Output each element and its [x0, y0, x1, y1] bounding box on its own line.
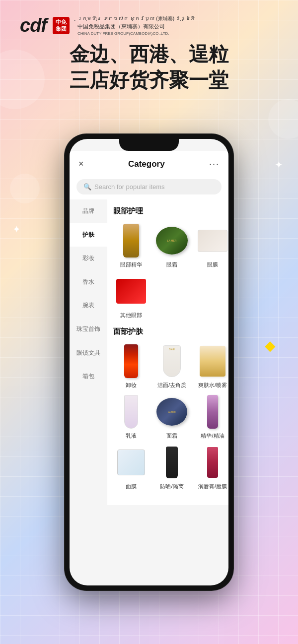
- sidebar-item-watch[interactable]: 腕表: [70, 294, 107, 318]
- sidebar-item-jewelry[interactable]: 珠宝首饰: [70, 318, 107, 341]
- product-image-sunscreen: [154, 445, 190, 480]
- logo-row: cdf 中免 集团 ក្រុមហ៊ុន ភាពចល័ត ស្ករប្លែ (柬埔…: [20, 15, 278, 36]
- list-item[interactable]: 眼膜: [195, 223, 228, 268]
- face-cream-label: 面霜: [166, 432, 177, 440]
- deco-bubble-3: [10, 174, 40, 203]
- lotion-label: 乳液: [126, 432, 137, 440]
- phone-wrapper: × Category ··· 🔍 Search for popular item…: [65, 134, 233, 590]
- phone-outer: × Category ··· 🔍 Search for popular item…: [65, 134, 233, 590]
- sunscreen-label: 防晒/隔离: [160, 483, 183, 490]
- cleanser-label: 洁面/去角质: [157, 382, 186, 389]
- nav-bar: × Category ···: [70, 151, 228, 174]
- lotion-image: [124, 395, 138, 429]
- product-image-eye-mask: [195, 223, 228, 258]
- serum-label: 精华/精油: [201, 432, 224, 440]
- sidebar-item-perfume[interactable]: 香水: [70, 270, 107, 294]
- sidebar: 品牌 护肤 彩妆 香水 腕表 珠宝首饰 眼镜文具 箱包: [70, 199, 107, 505]
- product-image-lip: [195, 445, 228, 480]
- headline: 金边、西港、逞粒 三店好货齐聚一堂: [20, 41, 278, 93]
- product-image-serum: [195, 394, 228, 430]
- eye-cream-image: [156, 227, 188, 255]
- list-item[interactable]: 爽肤水/喷雾: [195, 343, 228, 389]
- logo-right: ក្រុមហ៊ុន ភាពចល័ត ស្ករប្លែ (柬埔寨) ខុំផ្ដា…: [77, 15, 195, 36]
- eye-mask-label: 眼膜: [207, 261, 218, 268]
- toner-image: [200, 346, 225, 377]
- deco-star-2: ✦: [12, 223, 21, 235]
- toner-label: 爽肤水/喷雾: [198, 382, 227, 389]
- more-button[interactable]: ···: [209, 159, 220, 169]
- cleanser-image: [163, 345, 181, 377]
- list-item[interactable]: 卸妆: [113, 343, 149, 389]
- sidebar-item-brand[interactable]: 品牌: [70, 199, 107, 223]
- eye-cream-label: 眼霜: [166, 261, 177, 268]
- list-item[interactable]: 眼部精华: [113, 223, 149, 268]
- list-item[interactable]: 乳液: [113, 394, 149, 440]
- search-input[interactable]: 🔍 Search for popular items: [76, 179, 222, 194]
- close-button[interactable]: ×: [78, 159, 84, 169]
- eye-mask-image: [198, 230, 227, 252]
- headline-line2: 三店好货齐聚一堂: [20, 67, 278, 93]
- sunscreen-image: [166, 447, 178, 478]
- other-eye-image: [116, 279, 146, 304]
- search-bar: 🔍 Search for popular items: [70, 174, 228, 199]
- product-image-other-eye: [113, 273, 149, 309]
- product-image-toner: [195, 343, 228, 379]
- product-image-eye-serum: [113, 223, 149, 258]
- mask-label: 面膜: [126, 483, 137, 490]
- phone-inner: × Category ··· 🔍 Search for popular item…: [70, 139, 228, 585]
- deco-diamond: ◆: [265, 337, 276, 354]
- mask-image: [117, 450, 145, 475]
- product-image-eye-cream: [154, 223, 190, 258]
- headline-line1: 金边、西港、逞粒: [20, 41, 278, 67]
- product-image-makeup-remover: [113, 343, 149, 379]
- sidebar-item-glasses[interactable]: 眼镜文具: [70, 341, 107, 365]
- deco-star-1: ✦: [275, 159, 283, 171]
- list-item[interactable]: 面膜: [113, 445, 149, 490]
- list-item[interactable]: 防晒/隔离: [154, 445, 190, 490]
- logo-khmer: ក្រុមហ៊ុន ភាពចល័ត ស្ករប្លែ (柬埔寨) ខុំផ្ដា…: [77, 15, 195, 22]
- sidebar-item-skincare[interactable]: 护肤: [70, 223, 107, 247]
- list-item[interactable]: 面霜: [154, 394, 190, 440]
- search-icon: 🔍: [83, 183, 91, 191]
- content-area: 眼部护理 眼部精华: [107, 199, 228, 505]
- other-eye-label: 其他眼部: [120, 312, 142, 319]
- face-care-grid: 卸妆 洁面/去角质: [113, 343, 223, 490]
- main-layout: 品牌 护肤 彩妆 香水 腕表 珠宝首饰 眼镜文具 箱包 眼部护理: [70, 199, 228, 505]
- lip-label: 润唇膏/唇膜: [198, 483, 227, 490]
- sidebar-item-bags[interactable]: 箱包: [70, 365, 107, 388]
- eye-serum-label: 眼部精华: [120, 261, 142, 268]
- list-item[interactable]: 精华/精油: [195, 394, 228, 440]
- serum-image: [207, 395, 218, 429]
- product-image-mask: [113, 445, 149, 480]
- product-image-cleanser: [154, 343, 190, 379]
- sidebar-item-makeup[interactable]: 彩妆: [70, 247, 107, 270]
- header-area: cdf 中免 集团 ក្រុមហ៊ុន ភាពចល័ត ស្ករប្លែ (柬埔…: [0, 0, 298, 98]
- list-item[interactable]: 眼霜: [154, 223, 190, 268]
- app-content: × Category ··· 🔍 Search for popular item…: [70, 139, 228, 585]
- page-title: Category: [128, 159, 165, 169]
- face-cream-image: [156, 398, 187, 426]
- eye-serum-image: [123, 224, 139, 258]
- lip-image: [207, 447, 218, 478]
- list-item[interactable]: 其他眼部: [113, 273, 149, 319]
- list-item[interactable]: 润唇膏/唇膜: [195, 445, 228, 490]
- product-image-lotion: [113, 394, 149, 430]
- list-item[interactable]: 洁面/去角质: [154, 343, 190, 389]
- section-title-eye: 眼部护理: [113, 206, 223, 216]
- logo-english: CHINA DUTY FREE GROUP(CAMBODIA)CO.,LTD.: [77, 31, 195, 36]
- logo-badge: 中免 集团: [53, 17, 70, 34]
- makeup-remover-label: 卸妆: [126, 382, 137, 389]
- cdf-logo-text: cdf: [20, 15, 47, 36]
- logo-chinese-full: 中国免税品集团（柬埔寨）有限公司: [77, 23, 195, 30]
- search-placeholder-text: Search for popular items: [94, 183, 165, 191]
- product-image-face-cream: [154, 394, 190, 430]
- phone-notch: [119, 139, 179, 151]
- makeup-remover-image: [124, 344, 138, 378]
- section-title-face: 面部护肤: [113, 327, 223, 336]
- eye-care-grid: 眼部精华 眼霜: [113, 223, 223, 319]
